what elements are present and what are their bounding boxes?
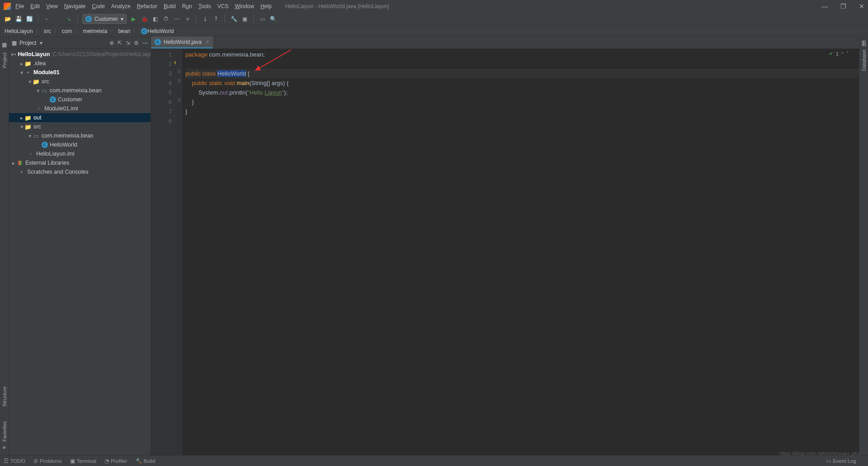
tree-pkg2[interactable]: ▾ ▭ com.meimeixia.bean — [9, 131, 151, 140]
line-number: 1 — [169, 50, 172, 59]
terminal-tool-button[interactable]: ▣Terminal — [70, 458, 96, 464]
chevron-right-icon: 〉 — [133, 27, 138, 35]
close-button[interactable]: ✕ — [859, 3, 864, 10]
forward-icon[interactable]: → — [54, 15, 62, 23]
chevron-right-icon: 〉 — [54, 27, 59, 35]
fold-gutter: ⊟ ⊟ ⊟ — [175, 49, 182, 455]
build-tool-button[interactable]: 🔨Build — [136, 458, 156, 464]
tree-ext-libs[interactable]: ▸ External Libraries — [9, 158, 151, 167]
tree-scratches[interactable]: ▫ Scratches and Consoles — [9, 167, 151, 176]
problems-tool-button[interactable]: ⊘Problems — [33, 458, 62, 464]
run-config-selector[interactable]: C Customer ▾ — [82, 14, 127, 24]
tree-idea-folder[interactable]: ▸ 📁 .idea — [9, 59, 151, 68]
editor-tab-helloworld[interactable]: C HelloWorld.java × — [151, 37, 213, 48]
menu-analyze[interactable]: Analyze — [111, 3, 131, 10]
code-token: static — [209, 80, 224, 86]
code-editor[interactable]: 1 2💡 3▶ 4▶ 5 6 7 8 ⊟ ⊟ ⊟ package com.mei… — [151, 49, 859, 455]
crumb-class[interactable]: CHelloWorld — [141, 28, 174, 34]
back-icon[interactable]: ← — [43, 15, 51, 23]
close-tab-icon[interactable]: × — [206, 39, 209, 45]
fold-marker[interactable]: ⊟ — [177, 97, 181, 102]
project-tool-button[interactable]: ▦ Project — [1, 42, 8, 71]
crumb-meimeixia[interactable]: meimeixia — [83, 28, 107, 34]
tree-module[interactable]: ▾ ▪ Module01 — [9, 68, 151, 77]
menu-build[interactable]: Build — [164, 3, 176, 10]
profiler-tool-button[interactable]: ◔Profiler — [104, 458, 127, 464]
fold-marker[interactable]: ⊟ — [177, 69, 181, 74]
debug-icon[interactable]: 🐞 — [140, 15, 148, 23]
stop-icon[interactable]: ■ — [184, 15, 192, 23]
analysis-status[interactable]: ✔ 1 ^ ˅ — [829, 51, 849, 57]
tree-module-iml[interactable]: ▫ Module01.iml — [9, 104, 151, 113]
toolbar-separator — [253, 15, 254, 23]
chevron-down-icon[interactable]: ˅ — [846, 51, 849, 57]
gear-icon[interactable]: ⚙ — [134, 40, 139, 46]
crumb-com[interactable]: com — [62, 28, 72, 34]
menu-tools[interactable]: Tools — [198, 3, 211, 10]
tool-window-title[interactable]: ▦ Project ▾ — [12, 40, 42, 46]
project-structure-icon[interactable]: ▣ — [241, 15, 249, 23]
menu-vcs[interactable]: VCS — [217, 3, 229, 10]
sync-icon[interactable]: 🔄 — [25, 15, 33, 23]
crumb-bean[interactable]: bean — [118, 28, 130, 34]
structure-tool-button[interactable]: Structure — [1, 384, 8, 409]
tree-src1[interactable]: ▾ 📁 src — [9, 77, 151, 86]
expand-all-icon[interactable]: ⇱ — [118, 40, 122, 46]
menu-view[interactable]: View — [46, 3, 58, 10]
tree-label: Scratches and Consoles — [27, 169, 89, 175]
run-config-label: Customer — [94, 16, 118, 22]
code-content[interactable]: package com.meimeixia.bean; public class… — [182, 49, 859, 455]
more-run-icon[interactable]: ⋯ — [173, 15, 181, 23]
menu-window[interactable]: Window — [235, 3, 254, 10]
chevron-down-icon: ▾ — [27, 78, 33, 85]
locate-icon[interactable]: ⊕ — [109, 40, 114, 46]
menu-help[interactable]: Help — [260, 3, 272, 10]
menu-run[interactable]: Run — [182, 3, 192, 10]
tree-pkg1[interactable]: ▾ ▭ com.meimeixia.bean — [9, 86, 151, 95]
run-icon[interactable]: ▶ — [129, 15, 137, 23]
vcs-update-icon[interactable]: ⤓ — [201, 15, 209, 23]
line-number: 4 — [169, 78, 172, 88]
eventlog-tool-button[interactable]: ▭Event Log — [826, 458, 856, 464]
vcs-commit-icon[interactable]: ⤒ — [212, 15, 220, 23]
menu-file[interactable]: File — [15, 3, 24, 10]
code-token-selected: HelloWorld — [217, 70, 246, 77]
tree-out-folder[interactable]: ▸ 📁 out — [9, 113, 151, 122]
code-token: } — [185, 97, 859, 107]
tree-project-root[interactable]: ▾ ▪ HelloLiayun C:\Users\32120\IdeaProje… — [9, 50, 151, 59]
chevron-down-icon: ▾ — [19, 124, 24, 130]
todo-tool-button[interactable]: ☲TODO — [4, 458, 25, 464]
chevron-down-icon: ▾ — [40, 40, 42, 46]
crumb-src[interactable]: src — [44, 28, 51, 34]
build-icon[interactable]: ↘ — [65, 15, 73, 23]
crumb-project[interactable]: HelloLiayun — [5, 28, 33, 34]
search-icon[interactable]: 🔍 — [269, 15, 277, 23]
menu-code[interactable]: Code — [92, 3, 105, 10]
fold-marker[interactable]: ⊟ — [177, 78, 181, 83]
favorites-tool-button[interactable]: Favorites ★ — [1, 418, 8, 451]
settings-icon[interactable]: 🔧 — [230, 15, 238, 23]
folder-icon: ▪ — [14, 51, 16, 58]
profile-icon[interactable]: ⏱ — [162, 15, 170, 23]
chevron-up-icon[interactable]: ^ — [841, 51, 844, 57]
hide-icon[interactable]: — — [142, 40, 148, 46]
menu-edit[interactable]: Edit — [30, 3, 40, 10]
tree-label: src — [42, 78, 49, 85]
minimize-button[interactable]: — — [821, 3, 828, 10]
tree-root-iml[interactable]: ▫ HelloLiayun.iml — [9, 149, 151, 158]
menu-refactor[interactable]: Refactor — [137, 3, 157, 10]
code-token: "Hello — [247, 89, 264, 96]
collapse-all-icon[interactable]: ⇲ — [126, 40, 130, 46]
open-icon[interactable]: 📂 — [4, 15, 12, 23]
tree-src2[interactable]: ▾ 📁 src — [9, 122, 151, 131]
profiler-icon: ◔ — [104, 458, 109, 464]
maximize-button[interactable]: ❐ — [840, 3, 846, 10]
avd-icon[interactable]: ▭ — [258, 15, 266, 23]
database-tool-button[interactable]: 🗄 Database — [860, 41, 868, 74]
menu-navigate[interactable]: Navigate — [64, 3, 85, 10]
project-tree[interactable]: ▾ ▪ HelloLiayun C:\Users\32120\IdeaProje… — [9, 49, 151, 455]
tree-hello-class[interactable]: C HelloWorld — [9, 140, 151, 149]
save-icon[interactable]: 💾 — [14, 15, 23, 23]
tree-customer-class[interactable]: C Customer — [9, 95, 151, 104]
coverage-icon[interactable]: ◧ — [151, 15, 159, 23]
